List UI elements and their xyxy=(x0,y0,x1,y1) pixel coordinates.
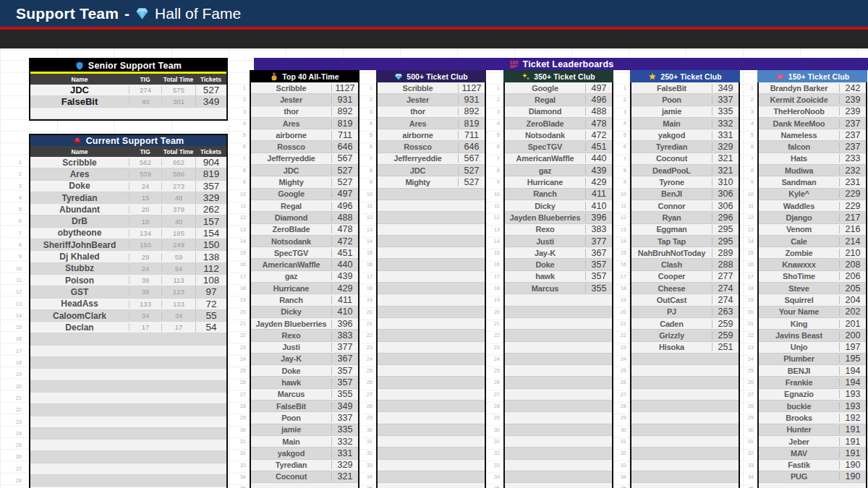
player-name-cell: BENJI xyxy=(759,367,840,375)
player-name-cell: jamie xyxy=(251,425,332,434)
leaderboard-row: Steve205 xyxy=(759,283,866,294)
leaderboard-title: 150+ Ticket Club xyxy=(788,72,850,81)
leaderboard-row xyxy=(378,483,485,488)
leaderboard-row xyxy=(631,460,739,471)
row-number: 28 xyxy=(488,401,500,412)
row-number: 2 xyxy=(234,94,246,106)
ticket-leaderboards-banner: 100 Ticket Leaderboards xyxy=(254,58,868,70)
row-number: 27 xyxy=(742,389,754,401)
ticket-count-cell: 191 xyxy=(840,437,866,447)
leaderboard-rows: FalseBit349Poon337jamie335Main332yakgod3… xyxy=(630,82,740,488)
leaderboard-row: Connor306 xyxy=(631,200,739,212)
ticket-count-cell: 194 xyxy=(840,366,866,376)
row-number: 22 xyxy=(615,330,626,341)
leaderboard-row: Mighty527 xyxy=(251,176,358,188)
member-name-cell: Stubbz xyxy=(30,263,129,273)
player-name-cell: Dank MeeMoo xyxy=(759,119,840,128)
row-number: 24 xyxy=(615,354,626,365)
table-row: Dj Khaled2959138 xyxy=(30,251,226,262)
ticket-count-cell: 208 xyxy=(840,260,866,270)
row-number: 21 xyxy=(742,318,754,330)
player-name-cell: Plumber xyxy=(759,354,840,363)
leaderboard-row: Squirrel204 xyxy=(759,294,866,306)
table-row: FalseBit40301349 xyxy=(30,96,226,108)
row-number: 9 xyxy=(488,176,500,188)
leaderboard-row xyxy=(378,448,485,459)
leaderboard-row: Doke357 xyxy=(251,365,358,377)
leaderboard-row: PUG190 xyxy=(759,471,866,483)
row-number: 31 xyxy=(742,436,754,448)
leaderboard-row: Venom216 xyxy=(759,224,866,236)
row-number: 20 xyxy=(234,307,246,318)
leaderboard-row xyxy=(505,389,612,401)
ticket-count-cell: 259 xyxy=(712,319,739,329)
player-name-cell: Tap Tap xyxy=(631,237,712,246)
row-number: 22 xyxy=(361,330,373,341)
row-number: 13 xyxy=(742,224,754,236)
row-number: 4 xyxy=(234,118,246,129)
ticket-count-cell: 355 xyxy=(586,283,612,294)
tickets-cell: 150 xyxy=(195,239,226,250)
leaderboard-row xyxy=(505,318,612,330)
total-time-cell: 586 xyxy=(161,170,195,178)
row-number: 33 xyxy=(615,460,626,471)
row-number: 33 xyxy=(234,460,246,471)
player-name-cell: Hunter xyxy=(759,425,840,434)
tickets-cell: 904 xyxy=(195,157,226,168)
leaderboard-row: Brooks192 xyxy=(759,412,866,424)
row-number: 29 xyxy=(234,412,246,424)
leaderboard-row: SpecTGV451 xyxy=(505,141,612,153)
player-name-cell: ShoTime xyxy=(759,272,840,281)
ticket-count-cell: 478 xyxy=(586,119,612,129)
leaderboard-row: Jester931 xyxy=(251,94,358,106)
row-number: 11 xyxy=(488,200,500,212)
row-number: 11 xyxy=(361,200,373,212)
tig-cell: 133 xyxy=(129,300,161,308)
ticket-count-cell: 383 xyxy=(332,330,358,341)
ticket-count-cell: 567 xyxy=(459,153,485,163)
leaderboard-row: Diamond488 xyxy=(251,212,358,223)
leaderboard-row xyxy=(378,377,485,388)
ticket-count-cell: 277 xyxy=(712,271,739,281)
player-name-cell: ZeroBlade xyxy=(505,119,586,128)
leaderboard-row: FalseBit349 xyxy=(251,401,358,412)
row-number: 16 xyxy=(742,259,754,270)
senior-table-header: Senior Support Team xyxy=(29,58,228,72)
ticket-count-cell: 335 xyxy=(712,106,739,116)
leaderboard-row: Jester931 xyxy=(378,94,485,106)
player-name-cell: Nameless xyxy=(759,131,840,140)
tickets-cell: 72 xyxy=(195,299,226,309)
ticket-count-cell: 396 xyxy=(332,319,358,329)
ticket-count-cell: 367 xyxy=(586,248,612,258)
player-name-cell: Google xyxy=(251,189,332,198)
leaderboard-row: Coconut321 xyxy=(631,153,739,165)
table-row xyxy=(30,428,226,440)
row-number: 27 xyxy=(234,389,246,401)
row-number: 3 xyxy=(488,106,500,118)
row-number: 23 xyxy=(615,342,626,354)
ticket-count-cell: 1127 xyxy=(459,83,485,93)
leaderboard-row xyxy=(378,283,485,294)
banner-title: Ticket Leaderboards xyxy=(523,59,614,69)
row-number: 18 xyxy=(742,283,754,294)
total-time-cell: 185 xyxy=(161,229,195,237)
row-number-gutter: 1234567891011121314151617181920212223242… xyxy=(4,157,22,488)
row-number: 19 xyxy=(742,294,754,306)
row-number: 21 xyxy=(234,318,246,330)
player-name-cell: FalseBit xyxy=(251,402,332,411)
ticket-count-cell: 1127 xyxy=(332,83,358,93)
player-name-cell: Notsodank xyxy=(505,131,586,140)
row-number: 15 xyxy=(488,247,500,259)
row-number: 20 xyxy=(488,307,500,318)
leaderboard-row xyxy=(251,483,358,488)
row-number: 28 xyxy=(4,475,22,487)
star-icon xyxy=(648,72,657,81)
leaderboard-row: Google497 xyxy=(505,82,612,94)
row-number: 6 xyxy=(234,141,246,153)
leaderboard-row: Frankie194 xyxy=(759,377,866,388)
leaderboard-row: Mudiwa232 xyxy=(759,165,866,176)
row-number: 18 xyxy=(234,283,246,294)
row-number: 19 xyxy=(615,294,626,306)
row-number: 14 xyxy=(742,236,754,247)
leaderboard-row: Kyle^229 xyxy=(759,189,866,200)
